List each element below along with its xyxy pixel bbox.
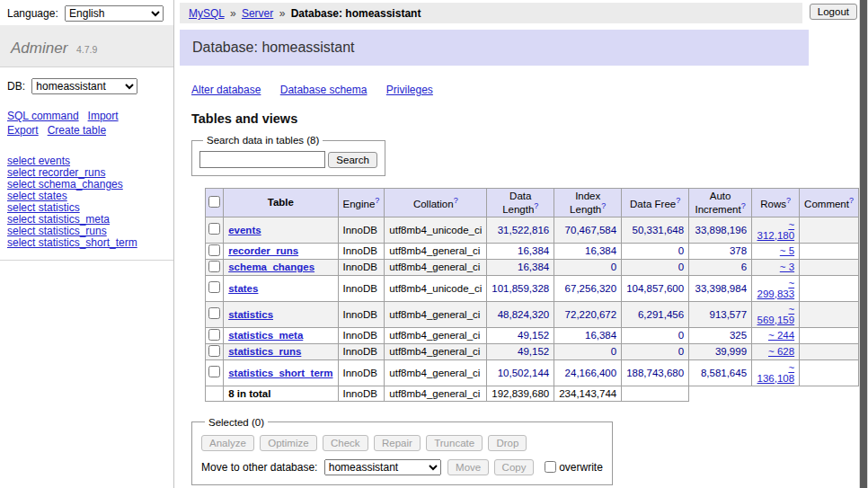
data-free-cell: 0	[622, 259, 689, 275]
language-select[interactable]: English	[65, 5, 164, 22]
comment-cell	[800, 301, 859, 327]
export-link[interactable]: Export	[7, 124, 39, 137]
row-checkbox[interactable]	[208, 281, 220, 293]
table-name-cell: statistics_meta	[224, 327, 338, 343]
table-row: statesInnoDButf8mb4_unicode_ci101,859,32…	[206, 275, 859, 301]
table-name-link[interactable]: schema_changes	[228, 262, 314, 272]
table-row: recorder_runsInnoDButf8mb4_general_ci16,…	[206, 243, 859, 259]
privileges-link[interactable]: Privileges	[386, 84, 433, 96]
row-checkbox[interactable]	[208, 261, 220, 272]
optimize-button[interactable]: Optimize	[260, 435, 316, 451]
overwrite-checkbox[interactable]	[545, 461, 556, 473]
breadcrumb-server-link[interactable]: Server	[242, 7, 273, 20]
row-checkbox-cell	[206, 275, 224, 301]
database-schema-link[interactable]: Database schema	[280, 84, 368, 96]
truncate-button[interactable]: Truncate	[426, 435, 483, 451]
index-length-cell: 24,166,400	[554, 359, 622, 386]
rows-count-link[interactable]: ~ 569,159	[757, 304, 795, 325]
total-checkbox-cell	[206, 386, 224, 401]
select-all-checkbox[interactable]	[208, 196, 220, 208]
create-table-sidebar-link[interactable]: Create table	[48, 124, 106, 137]
table-name-link[interactable]: events	[228, 225, 261, 235]
table-name-link[interactable]: statistics	[228, 309, 273, 320]
logout-button[interactable]: Logout	[810, 4, 857, 20]
check-button[interactable]: Check	[323, 435, 368, 451]
column-help-link[interactable]: ?	[601, 201, 606, 210]
rows-count-link[interactable]: ~ 299,833	[757, 278, 795, 299]
selected-legend: Selected (0)	[205, 417, 268, 428]
column-header-collation: Collation?	[385, 189, 487, 217]
rows-count-cell: ~ 136,108	[752, 359, 800, 386]
auto-increment-cell: 33,398,984	[689, 275, 752, 301]
rows-count-cell: ~ 569,159	[752, 301, 800, 327]
table-name-link[interactable]: statistics_meta	[228, 330, 303, 341]
move-db-select[interactable]: homeassistant	[324, 459, 441, 475]
table-name-link[interactable]: recorder_runs	[228, 245, 298, 256]
move-button[interactable]: Move	[447, 459, 489, 475]
row-checkbox[interactable]	[208, 244, 220, 256]
sidebar-table-list: select events select recorder_runs selec…	[0, 146, 173, 261]
column-header-engine: Engine?	[338, 189, 385, 217]
drop-button[interactable]: Drop	[488, 435, 527, 451]
import-link[interactable]: Import	[88, 110, 119, 122]
engine-cell: InnoDB	[338, 343, 385, 359]
app-name-link[interactable]: Adminer	[11, 40, 67, 57]
table-name-cell: recorder_runs	[224, 243, 338, 259]
auto-increment-cell: 6	[689, 259, 752, 275]
collation-cell: utf8mb4_general_ci	[385, 327, 487, 343]
row-checkbox[interactable]	[208, 366, 220, 377]
move-row: Move to other database: homeassistant Mo…	[201, 459, 603, 475]
comment-cell	[800, 327, 859, 343]
app-version-link[interactable]: 4.7.9	[76, 44, 97, 55]
search-input[interactable]	[199, 151, 325, 168]
search-button[interactable]: Search	[328, 152, 376, 168]
rows-count-link[interactable]: ~ 136,108	[757, 362, 795, 384]
collation-cell: utf8mb4_general_ci	[385, 359, 487, 386]
column-help-link[interactable]: ?	[534, 201, 538, 210]
row-checkbox[interactable]	[208, 223, 220, 235]
table-name-link[interactable]: statistics_short_term	[228, 368, 332, 378]
table-name-link[interactable]: statistics_runs	[228, 346, 301, 357]
column-help-link[interactable]: ?	[375, 196, 379, 205]
column-help-link[interactable]: ?	[741, 201, 746, 210]
analyze-button[interactable]: Analyze	[201, 435, 254, 451]
column-header-auto-increment: Auto Increment?	[689, 189, 752, 217]
repair-button[interactable]: Repair	[374, 435, 421, 451]
data-free-cell: 0	[622, 343, 689, 359]
rows-count-cell: ~ 299,833	[752, 275, 800, 301]
index-length-cell: 16,384	[554, 243, 622, 259]
row-checkbox[interactable]	[208, 307, 220, 319]
column-help-link[interactable]: ?	[849, 196, 854, 205]
column-help-link[interactable]: ?	[786, 196, 791, 205]
data-free-cell: 6,291,456	[622, 301, 689, 327]
rows-count-link[interactable]: ~ 3	[780, 262, 794, 272]
total-data-length: 192,839,680	[487, 386, 554, 401]
breadcrumb-mysql-link[interactable]: MySQL	[189, 7, 225, 20]
breadcrumb-separator: »	[230, 7, 236, 20]
alter-database-link[interactable]: Alter database	[191, 84, 261, 96]
comment-cell	[800, 259, 859, 275]
column-help-link[interactable]: ?	[676, 196, 680, 205]
copy-button[interactable]: Copy	[494, 459, 535, 475]
data-free-cell: 50,331,648	[622, 217, 689, 243]
row-checkbox-cell	[206, 359, 224, 386]
rows-count-link[interactable]: ~ 5	[780, 245, 794, 256]
db-select[interactable]: homeassistant	[31, 78, 137, 94]
column-help-link[interactable]: ?	[454, 196, 458, 205]
tables-overview-table: Table Engine? Collation? Data Length? In…	[205, 188, 859, 402]
sidebar-item-select-statistics-short-term[interactable]: select statistics_short_term	[7, 237, 166, 249]
scrollbar-thumb[interactable]	[860, 0, 867, 488]
row-checkbox[interactable]	[208, 329, 220, 341]
table-name-link[interactable]: states	[228, 283, 258, 294]
rows-count-link[interactable]: ~ 244	[768, 330, 794, 341]
row-checkbox[interactable]	[208, 345, 220, 357]
column-header-data-length: Data Length?	[487, 189, 554, 217]
table-name-cell: events	[224, 217, 338, 243]
page-title: Database: homeassistant	[180, 30, 809, 66]
rows-count-link[interactable]: ~ 312,180	[757, 219, 795, 241]
sql-command-link[interactable]: SQL command	[7, 110, 79, 122]
table-name-cell: schema_changes	[224, 259, 338, 275]
rows-count-link[interactable]: ~ 628	[768, 346, 794, 357]
table-row: statistics_metaInnoDButf8mb4_general_ci4…	[206, 327, 859, 343]
data-length-cell: 101,859,328	[487, 275, 554, 301]
